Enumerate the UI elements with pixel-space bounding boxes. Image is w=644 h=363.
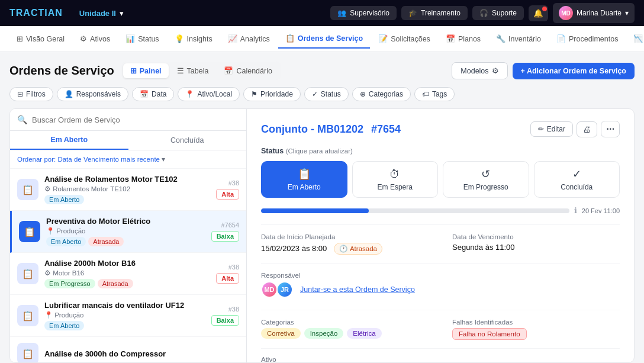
gear-icon: ⚙: [80, 34, 87, 43]
clock-icon: 🕐: [339, 245, 347, 253]
done-icon: ✓: [572, 168, 581, 181]
order-tabs: Em Aberto Concluída: [10, 131, 246, 150]
nav-ativos[interactable]: ⚙ Ativos: [73, 30, 117, 48]
filter-chip-status[interactable]: ✓ Status: [304, 87, 349, 101]
join-link[interactable]: Juntar-se a esta Ordem de Serviço: [300, 285, 415, 294]
tab-concluida[interactable]: Concluída: [128, 131, 247, 150]
more-button[interactable]: ⋯: [601, 121, 620, 137]
nav-ordens-servico[interactable]: 📋 Ordens de Serviço: [278, 29, 370, 49]
responsible-label: Responsável: [261, 272, 620, 279]
chart-icon: 📊: [125, 34, 135, 43]
filter-chip-data[interactable]: 📅 Data: [132, 87, 174, 101]
wo-title: Análise de Rolamentos Motor TE102: [44, 175, 210, 184]
wo-meta: Em Progresso Atrasada: [44, 279, 210, 288]
nav-planos[interactable]: 📅 Planos: [439, 30, 488, 48]
unit-name: Unidade II: [79, 9, 116, 18]
filter-icon: ⊟: [17, 90, 23, 98]
avatar: JR: [276, 281, 293, 298]
notifications-button[interactable]: 🔔: [529, 5, 548, 21]
list-item[interactable]: 📋 Análise 2000h Motor B16 ⚙ Motor B16 Em…: [10, 253, 246, 295]
page-header: Ordens de Serviço ⊞ Painel ☰ Tabela 📅 Ca…: [9, 62, 635, 80]
categories-row: Categorias Corretiva Inspeção Elétrica F…: [261, 319, 620, 340]
due-date-label: Data de Vencimento: [452, 233, 620, 240]
filter-chip-tags[interactable]: 🏷 Tags: [414, 87, 455, 101]
status-card-concluida[interactable]: ✓ Concluída: [534, 161, 620, 198]
filter-chip-responsaveis[interactable]: 👤 Responsáveis: [57, 87, 128, 101]
supervisorio-button[interactable]: 👥 Supervisório: [330, 6, 397, 20]
body-area: 🔍 Em Aberto Concluída Ordenar por: Data …: [9, 108, 635, 363]
wo-title: Análise 2000h Motor B16: [44, 259, 210, 268]
chip-corretiva: Corretiva: [261, 328, 301, 339]
status-cards: 📋 Em Aberto ⏱ Em Espera ↺ Em Progresso ✓…: [261, 161, 620, 198]
nav-inventario[interactable]: 🔧 Inventário: [489, 30, 548, 48]
calendar-icon: 📅: [446, 34, 455, 43]
wo-number: #38: [228, 264, 239, 271]
search-icon: 🔍: [17, 115, 27, 124]
start-date-label: Data de Início Planejada: [261, 233, 429, 240]
progress-icon: ↺: [481, 168, 490, 181]
list-item[interactable]: 📋 Lubrificar mancais do ventilador UF12 …: [10, 295, 246, 337]
user-menu-button[interactable]: MD Marina Duarte ▾: [553, 3, 635, 23]
nav-visao-geral[interactable]: ⊞ Visão Geral: [9, 30, 72, 48]
wo-number: #7654: [221, 221, 239, 229]
ativo-label: Ativo: [261, 356, 620, 362]
print-button[interactable]: 🖨: [577, 121, 597, 137]
delayed-badge: Atrasada: [98, 279, 133, 288]
status-card-em-espera[interactable]: ⏱ Em Espera: [352, 161, 439, 198]
chip-falha: Falha no Rolamento: [452, 328, 527, 340]
add-order-button[interactable]: + Adicionar Ordem de Serviço: [513, 63, 635, 79]
category-icon: ⊕: [360, 90, 366, 98]
wo-meta: Em Aberto Atrasada: [46, 237, 205, 246]
tab-calendario[interactable]: 📅 Calendário: [217, 63, 279, 78]
list-item[interactable]: 📋 Análise de 3000h do Compressor: [10, 337, 246, 362]
edit-button[interactable]: ✏ Editar: [530, 121, 573, 137]
filter-chip-prioridade[interactable]: ⚑ Prioridade: [243, 87, 301, 101]
start-date-col: Data de Início Planejada 15/02/2023 às 8…: [261, 233, 429, 255]
tab-painel[interactable]: ⊞ Painel: [123, 63, 169, 78]
category-chips: Corretiva Inspeção Elétrica: [261, 328, 429, 339]
unit-selector[interactable]: Unidade II ▾: [79, 9, 124, 18]
nav-solicitacoes[interactable]: 📝 Solicitações: [371, 30, 437, 48]
search-input[interactable]: [32, 115, 239, 124]
chevron-down-icon: ▾: [120, 9, 124, 18]
avatar: MD: [261, 281, 278, 298]
ativo-section: Ativo ⚙ Motor Elétrico Produção: [261, 348, 620, 362]
filter-chip-ativo-local[interactable]: 📍 Ativo/Local: [178, 87, 240, 101]
nav-status[interactable]: 📊 Status: [118, 30, 166, 48]
start-date-value: 15/02/2023 às 8:00 🕐 Atrasada: [261, 243, 429, 255]
list-item[interactable]: 📋 Preventiva do Motor Elétrico 📍 Produçã…: [10, 211, 246, 253]
sort-selector[interactable]: Data de Vencimento mais recente: [57, 156, 160, 163]
suporte-button[interactable]: 🎧 Suporte: [472, 6, 524, 20]
bulb-icon: 💡: [175, 34, 184, 43]
right-panel: Conjunto - MB01202 #7654 ✏ Editar 🖨 ⋯: [247, 109, 634, 362]
wo-right: #7654 Baixa: [211, 221, 239, 242]
header-actions: Modelos ⚙ + Adicionar Ordem de Serviço: [452, 62, 635, 79]
wo-info: Lubrificar mancais do ventilador UF12 📍 …: [44, 301, 205, 330]
chip-eletrica: Elétrica: [347, 328, 381, 339]
nav-procedimentos[interactable]: 📄 Procedimentos: [549, 30, 625, 48]
treinamento-button[interactable]: 🎓 Treinamento: [401, 6, 468, 20]
print-icon: 🖨: [583, 125, 591, 134]
user-icon: 👤: [65, 90, 73, 98]
categories-col: Categorias Corretiva Inspeção Elétrica: [261, 319, 429, 340]
tab-em-aberto[interactable]: Em Aberto: [10, 131, 128, 150]
status-card-em-progresso[interactable]: ↺ Em Progresso: [443, 161, 529, 198]
grid-icon: ⊞: [17, 34, 23, 43]
page-title-area: Ordens de Serviço ⊞ Painel ☰ Tabela 📅 Ca…: [9, 62, 281, 80]
search-bar: 🔍: [10, 109, 246, 131]
avatar: MD: [559, 6, 573, 20]
wo-right: #38 Alta: [216, 264, 239, 284]
filter-chip-filtros[interactable]: ⊟ Filtros: [9, 87, 53, 101]
nav-insights[interactable]: 💡 Insights: [168, 30, 220, 48]
wo-info: Análise de 3000h do Compressor: [44, 349, 239, 358]
modelos-button[interactable]: Modelos ⚙: [452, 62, 507, 79]
status-card-em-aberto[interactable]: 📋 Em Aberto: [261, 161, 347, 198]
nav-metricas[interactable]: 📉 Métricas: [626, 30, 644, 48]
chip-inspecao: Inspeção: [304, 328, 344, 339]
list-item[interactable]: 📋 Análise de Rolamentos Motor TE102 ⚙ Ro…: [10, 169, 246, 211]
status-label: Status (Clique para atualizar): [261, 147, 620, 155]
filter-chip-categorias[interactable]: ⊕ Categorias: [352, 87, 411, 101]
nav-analytics[interactable]: 📈 Analytics: [221, 30, 277, 48]
tab-tabela[interactable]: ☰ Tabela: [170, 63, 216, 78]
app-logo: TRACTIAN: [9, 8, 63, 18]
